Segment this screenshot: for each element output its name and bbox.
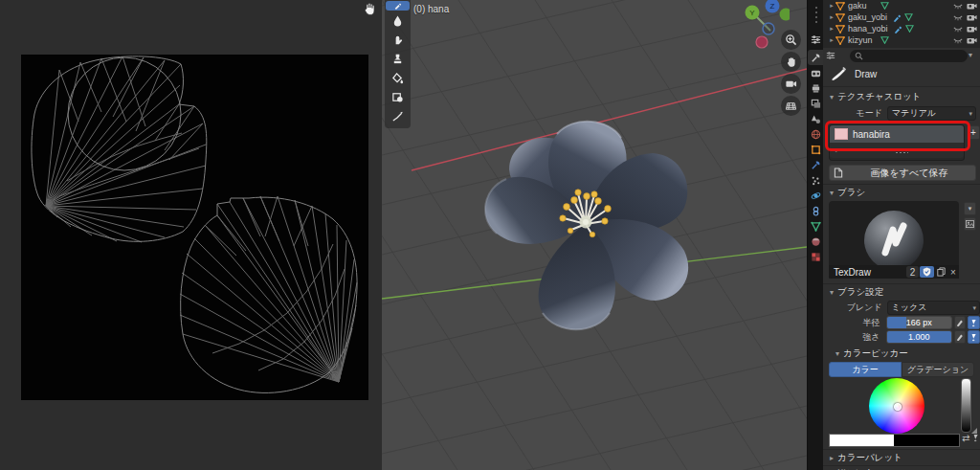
active-tool-label: Draw	[855, 69, 877, 79]
tool-smear[interactable]	[386, 31, 410, 49]
tab-particles[interactable]	[808, 172, 824, 188]
tab-modifiers[interactable]	[808, 157, 824, 172]
value-slider[interactable]	[961, 378, 971, 433]
outliner-row[interactable]: ▸ hana_yobi	[823, 23, 980, 34]
navigation-gizmo[interactable]: Z Y	[726, 0, 790, 54]
swatch-pressure-icon[interactable]	[972, 434, 980, 442]
panel-options-chevron-icon[interactable]: ▾	[969, 51, 972, 59]
tab-color[interactable]: カラー	[829, 362, 902, 377]
tab-color-label: カラー	[852, 364, 878, 376]
tab-object-data[interactable]	[808, 218, 824, 234]
hide-viewport-icon[interactable]	[953, 14, 963, 21]
tab-render[interactable]	[808, 65, 824, 80]
users-count-button[interactable]: 2	[906, 266, 919, 278]
expand-icon[interactable]: ▸	[828, 13, 835, 21]
gizmo-x-axis	[756, 36, 768, 48]
grid-perspective-button[interactable]	[781, 96, 801, 116]
radius-pressure-button[interactable]	[968, 316, 980, 329]
flower-object[interactable]	[466, 117, 705, 337]
tab-texture[interactable]	[808, 249, 824, 264]
background-color-swatch[interactable]	[894, 434, 960, 447]
fake-user-shield-button[interactable]	[920, 266, 934, 278]
render-visibility-icon[interactable]	[967, 36, 977, 44]
foreground-color-swatch[interactable]	[829, 434, 896, 447]
tool-draw-brush[interactable]	[386, 1, 410, 11]
outliner: ▸ gaku ▸ gaku_yobi ▸ hana_yobi	[823, 0, 980, 49]
expand-icon[interactable]: ▸	[828, 2, 835, 10]
blend-dropdown[interactable]: ミックス ▾	[887, 301, 980, 315]
hide-viewport-icon[interactable]	[953, 37, 963, 44]
stylus-pressure-icon	[970, 333, 978, 342]
tab-physics[interactable]	[808, 188, 824, 203]
camera-view-button[interactable]	[781, 74, 801, 94]
hide-viewport-icon[interactable]	[953, 26, 963, 33]
tool-fill[interactable]	[386, 69, 410, 87]
panel-header-color-picker[interactable]: ▾ カラーピッカー	[829, 347, 980, 360]
outliner-row[interactable]: ▸ gaku_yobi	[823, 11, 980, 23]
tool-mask[interactable]	[386, 88, 410, 106]
search-input[interactable]	[850, 50, 968, 62]
tool-annotate[interactable]	[386, 107, 410, 125]
blend-label: ブレンド	[823, 302, 882, 314]
expand-icon[interactable]: ▸	[828, 25, 835, 33]
panel-header-brush[interactable]: ▾ ブラシ	[823, 186, 980, 199]
unlink-brush-button[interactable]: ×	[947, 267, 959, 278]
radius-label: 半径	[823, 317, 880, 329]
brush-preview-toggle[interactable]	[964, 217, 976, 231]
editor-type-icon[interactable]	[826, 51, 835, 60]
tab-tool[interactable]	[808, 50, 824, 65]
3d-viewport[interactable]: (0) hana	[382, 0, 807, 470]
save-all-images-button[interactable]: 画像をすべて保存	[829, 165, 976, 181]
render-visibility-icon[interactable]	[967, 13, 977, 21]
hide-viewport-icon[interactable]	[953, 3, 963, 10]
duplicate-brush-button[interactable]	[934, 266, 947, 278]
tab-material[interactable]	[808, 234, 824, 249]
tab-scene[interactable]	[808, 111, 824, 126]
zoom-button[interactable]	[781, 30, 801, 50]
tab-world[interactable]	[808, 126, 824, 142]
image-editor[interactable]	[0, 0, 383, 470]
texture-swatch[interactable]	[835, 128, 848, 140]
add-texture-slot-button[interactable]: +	[967, 125, 980, 140]
strength-slider[interactable]: 1.000	[886, 330, 952, 344]
expand-icon[interactable]: ▸	[828, 36, 835, 44]
object-name[interactable]: gaku	[848, 1, 867, 11]
tab-output[interactable]	[808, 80, 824, 96]
color-wheel[interactable]	[869, 378, 924, 434]
tool-soften[interactable]	[386, 11, 410, 30]
object-name[interactable]: hana_yobi	[848, 24, 888, 34]
strength-animate-button[interactable]	[954, 330, 967, 344]
texture-slot-item-active[interactable]: hanabira	[830, 125, 964, 143]
tab-view-layer[interactable]	[808, 96, 824, 111]
render-visibility-icon[interactable]	[967, 2, 977, 10]
search-icon	[855, 52, 863, 60]
panel-header-brush-settings[interactable]: ▾ ブラシ設定	[823, 285, 980, 299]
expand-icon[interactable]: ▸	[835, 146, 839, 154]
tool-clone[interactable]	[386, 50, 410, 68]
image-canvas[interactable]	[21, 55, 368, 400]
outliner-row[interactable]: ▸ kizyun	[823, 34, 980, 46]
tab-object[interactable]	[808, 142, 824, 157]
swap-colors-icon[interactable]: ⇄	[962, 433, 969, 443]
radius-animate-button[interactable]	[954, 316, 967, 329]
texture-slot-list-footer[interactable]: ▸	[830, 143, 964, 158]
outliner-row[interactable]: ▸ gaku	[823, 0, 980, 11]
brush-selector-dropdown[interactable]: ▾	[964, 202, 976, 215]
render-visibility-icon[interactable]	[967, 25, 977, 33]
strength-pressure-button[interactable]	[968, 330, 980, 344]
object-name[interactable]: gaku_yobi	[848, 12, 887, 22]
tab-constraints[interactable]	[808, 203, 824, 218]
duplicate-icon	[937, 267, 946, 277]
radius-slider[interactable]: 166 px	[886, 316, 952, 329]
mode-dropdown[interactable]: マテリアル ▾	[887, 106, 976, 121]
color-wheel-cursor[interactable]	[894, 403, 902, 411]
uv-wireframe	[21, 55, 368, 400]
brush-name-field[interactable]: TexDraw	[834, 267, 871, 278]
object-name[interactable]: kizyun	[848, 35, 873, 45]
editor-type-icon[interactable]	[808, 32, 824, 47]
tab-gradient[interactable]: グラデーション	[902, 362, 974, 377]
panel-header-color-palette[interactable]: ▸ カラーパレット	[823, 451, 980, 464]
panel-header-texture-slots[interactable]: ▾ テクスチャスロット	[823, 90, 980, 103]
strength-label: 強さ	[823, 331, 880, 344]
pan-hand-button[interactable]	[781, 52, 801, 72]
